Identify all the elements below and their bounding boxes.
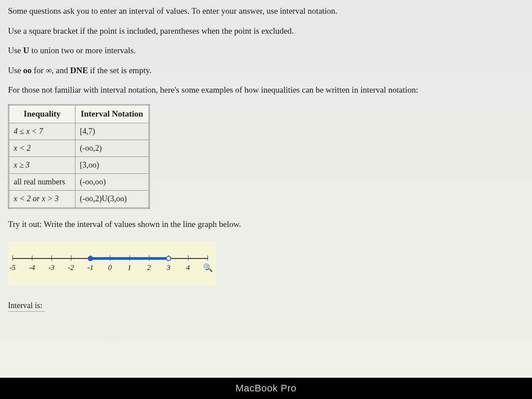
tick-label: -2 bbox=[68, 262, 74, 273]
cell-inequality: 4 ≤ x < 7 bbox=[9, 123, 75, 140]
cell-notation: (-oo,2)U(3,oo) bbox=[75, 191, 149, 208]
text: to union two or more intervals. bbox=[29, 46, 136, 55]
tick-label: -3 bbox=[48, 262, 55, 273]
try-prompt: Try it out: Write the interval of values… bbox=[8, 219, 524, 231]
question-content: Some questions ask you to enter an inter… bbox=[0, 0, 532, 317]
cell-notation: [4,7) bbox=[75, 123, 149, 140]
cell-inequality: x < 2 or x > 3 bbox=[9, 191, 75, 208]
cell-notation: (-oo,2) bbox=[75, 140, 149, 156]
instruction-2: Use a square bracket if the point is inc… bbox=[8, 25, 524, 37]
cell-inequality: x < 2 bbox=[9, 140, 75, 156]
number-line-graph: -5 -4 -3 -2 -1 0 1 2 3 4 5 🔍 bbox=[8, 241, 216, 286]
table-row: all real numbers (-oo,oo) bbox=[9, 174, 149, 191]
tick bbox=[12, 255, 13, 261]
magnifier-icon[interactable]: 🔍 bbox=[203, 262, 213, 274]
table-row: x < 2 (-oo,2) bbox=[9, 140, 149, 156]
tick-label: -1 bbox=[87, 262, 94, 273]
instruction-3: Use U to union two or more intervals. bbox=[8, 45, 524, 57]
instruction-5: For those not familiar with interval not… bbox=[8, 84, 524, 96]
interval-input-label: Interval is: bbox=[8, 300, 45, 312]
tick-label: 4 bbox=[186, 262, 190, 273]
header-notation: Interval Notation bbox=[75, 105, 149, 123]
tick-label: 3 bbox=[167, 262, 171, 273]
tick-label: 2 bbox=[147, 262, 151, 273]
tick bbox=[188, 255, 188, 261]
text: Use bbox=[8, 46, 23, 55]
text: Use bbox=[8, 66, 23, 75]
text: if the set is empty. bbox=[88, 66, 151, 75]
cell-notation: [3,oo) bbox=[75, 156, 149, 173]
open-endpoint-icon bbox=[166, 256, 171, 261]
table-header-row: Inequality Interval Notation bbox=[9, 105, 149, 123]
cell-inequality: x ≥ 3 bbox=[9, 156, 75, 173]
table-row: x < 2 or x > 3 (-oo,2)U(3,oo) bbox=[9, 191, 149, 208]
tick bbox=[51, 255, 52, 261]
text: for ∞, and bbox=[31, 66, 70, 75]
instruction-4: Use oo for ∞, and DNE if the set is empt… bbox=[8, 65, 524, 77]
tick bbox=[207, 255, 208, 261]
infinity-symbol: oo bbox=[23, 66, 31, 75]
laptop-bezel: MacBook Pro bbox=[0, 378, 532, 399]
laptop-brand-label: MacBook Pro bbox=[235, 383, 297, 394]
tick-label: -5 bbox=[9, 262, 16, 273]
table-row: x ≥ 3 [3,oo) bbox=[9, 156, 149, 173]
table-row: 4 ≤ x < 7 [4,7) bbox=[9, 123, 149, 140]
tick-label: 0 bbox=[108, 262, 112, 273]
cell-inequality: all real numbers bbox=[9, 174, 75, 191]
instruction-1: Some questions ask you to enter an inter… bbox=[8, 5, 524, 17]
interval-segment bbox=[90, 257, 168, 260]
header-inequality: Inequality bbox=[9, 105, 75, 123]
tick bbox=[71, 255, 71, 261]
closed-endpoint-icon bbox=[88, 256, 93, 261]
examples-table: Inequality Interval Notation 4 ≤ x < 7 [… bbox=[8, 104, 150, 209]
cell-notation: (-oo,oo) bbox=[75, 174, 149, 191]
union-symbol: U bbox=[23, 46, 29, 55]
tick-label: 1 bbox=[128, 262, 132, 273]
tick-label: -4 bbox=[29, 262, 35, 273]
dne-symbol: DNE bbox=[70, 66, 88, 75]
tick bbox=[32, 255, 32, 261]
